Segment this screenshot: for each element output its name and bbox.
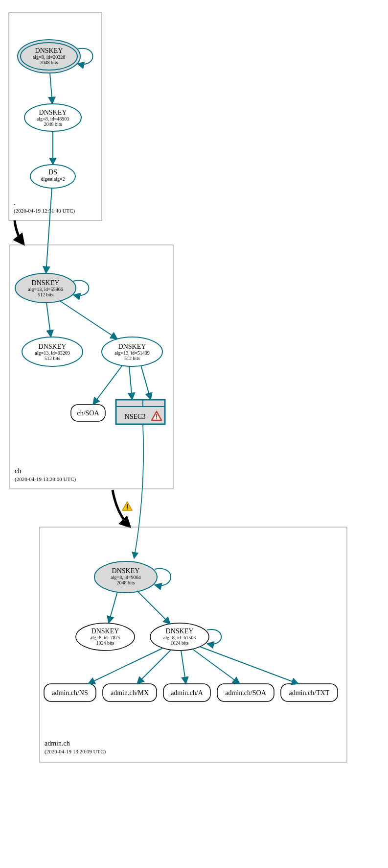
- svg-text:admin.ch/TXT: admin.ch/TXT: [289, 689, 330, 697]
- node-admin-a: admin.ch/A: [163, 684, 210, 701]
- zone-root: . (2020-04-19 12:51:40 UTC) DNSKEY alg=8…: [9, 13, 102, 220]
- svg-text:admin.ch/NS: admin.ch/NS: [52, 689, 88, 697]
- svg-text:2048 bits: 2048 bits: [40, 60, 58, 65]
- edge-root-ds-to-ch-ksk: [46, 188, 52, 273]
- svg-text:alg=8, id=20326: alg=8, id=20326: [33, 54, 65, 60]
- svg-text:NSEC3: NSEC3: [125, 413, 146, 420]
- svg-text:alg=8, id=48903: alg=8, id=48903: [37, 116, 69, 121]
- svg-text:admin.ch/SOA: admin.ch/SOA: [225, 689, 266, 697]
- edge-admin-zsk2-ns: [88, 648, 163, 684]
- svg-point-33: [156, 418, 157, 419]
- node-admin-ksk: DNSKEY alg=8, id=9064 2048 bits: [94, 561, 157, 593]
- edge-ch-ksk-zsk1: [46, 303, 51, 337]
- svg-text:admin.ch/A: admin.ch/A: [171, 689, 204, 697]
- edge-ch-nsec3-to-admin-ksk: [134, 424, 143, 558]
- zone-ch: ch (2020-04-19 13:20:00 UTC) DNSKEY alg=…: [10, 245, 173, 489]
- svg-text:512 bits: 512 bits: [124, 356, 140, 361]
- svg-text:alg=13, id=55966: alg=13, id=55966: [28, 287, 63, 292]
- edge-root-ksk-zsk: [50, 73, 52, 104]
- zone-admin-name: admin.ch: [45, 740, 70, 747]
- svg-text:DNSKEY: DNSKEY: [39, 343, 67, 350]
- edge-ch-zsk2-nsec3a: [129, 366, 132, 400]
- svg-text:1024 bits: 1024 bits: [96, 640, 114, 646]
- edge-admin-ksk-zsk2: [137, 591, 170, 624]
- svg-text:2048 bits: 2048 bits: [117, 580, 135, 585]
- svg-text:512 bits: 512 bits: [45, 356, 60, 361]
- node-ch-zsk2: DNSKEY alg=13, id=51409 512 bits: [102, 337, 162, 366]
- node-ch-ksk: DNSKEY alg=13, id=55966 512 bits: [15, 273, 76, 303]
- node-ch-soa: ch/SOA: [71, 405, 105, 421]
- edge-ch-zsk2-nsec3b: [141, 365, 151, 400]
- node-ch-nsec3: NSEC3: [116, 400, 165, 424]
- svg-text:DNSKEY: DNSKEY: [39, 109, 67, 116]
- edge-zone-root-to-ch: [15, 220, 23, 244]
- svg-text:admin.ch/MX: admin.ch/MX: [111, 689, 149, 697]
- node-admin-txt: admin.ch/TXT: [281, 684, 338, 701]
- svg-text:DNSKEY: DNSKEY: [166, 627, 194, 635]
- svg-text:alg=13, id=51409: alg=13, id=51409: [114, 350, 149, 356]
- node-admin-ns: admin.ch/NS: [44, 684, 96, 701]
- svg-text:digest alg=2: digest alg=2: [41, 176, 65, 182]
- warning-icon: [122, 502, 132, 510]
- node-admin-mx: admin.ch/MX: [103, 684, 157, 701]
- edge-admin-ksk-zsk1: [109, 592, 117, 623]
- edge-ch-ksk-zsk2: [60, 301, 117, 339]
- edge-admin-zsk2-a: [181, 651, 186, 684]
- zone-root-name: .: [14, 199, 16, 206]
- node-root-zsk: DNSKEY alg=8, id=48903 2048 bits: [24, 104, 81, 131]
- svg-text:512 bits: 512 bits: [38, 292, 53, 297]
- svg-text:ch/SOA: ch/SOA: [77, 410, 99, 417]
- svg-text:alg=8, id=7875: alg=8, id=7875: [90, 635, 120, 640]
- svg-text:alg=13, id=63209: alg=13, id=63209: [35, 350, 69, 356]
- svg-text:2048 bits: 2048 bits: [44, 121, 62, 127]
- svg-text:DNSKEY: DNSKEY: [112, 567, 140, 575]
- edge-admin-zsk2-soa: [192, 649, 240, 684]
- node-admin-zsk1: DNSKEY alg=8, id=7875 1024 bits: [76, 623, 135, 651]
- svg-text:alg=8, id=9064: alg=8, id=9064: [111, 575, 140, 580]
- node-ch-zsk1: DNSKEY alg=13, id=63209 512 bits: [22, 337, 83, 366]
- edge-ch-zsk2-soa: [93, 365, 122, 405]
- svg-text:DNSKEY: DNSKEY: [118, 343, 146, 350]
- node-root-ksk: DNSKEY alg=8, id=20326 2048 bits: [18, 40, 80, 73]
- dnssec-diagram: . (2020-04-19 12:51:40 UTC) DNSKEY alg=8…: [0, 0, 388, 868]
- zone-root-timestamp: (2020-04-19 12:51:40 UTC): [14, 208, 75, 214]
- svg-text:DNSKEY: DNSKEY: [32, 279, 60, 287]
- svg-text:DS: DS: [48, 169, 57, 176]
- svg-text:alg=8, id=61503: alg=8, id=61503: [163, 635, 196, 640]
- edge-admin-zsk2-mx: [137, 650, 171, 684]
- svg-text:1024 bits: 1024 bits: [171, 640, 189, 646]
- zone-ch-name: ch: [15, 467, 21, 475]
- svg-point-35: [127, 508, 128, 509]
- zone-admin-timestamp: (2020-04-19 13:20:09 UTC): [45, 748, 106, 755]
- zone-ch-timestamp: (2020-04-19 13:20:00 UTC): [15, 476, 76, 482]
- node-root-ds: DS digest alg=2: [30, 165, 75, 188]
- svg-text:DNSKEY: DNSKEY: [91, 627, 119, 635]
- node-admin-soa: admin.ch/SOA: [217, 684, 274, 701]
- svg-text:DNSKEY: DNSKEY: [35, 47, 63, 54]
- zone-admin: admin.ch (2020-04-19 13:20:09 UTC) DNSKE…: [40, 527, 347, 762]
